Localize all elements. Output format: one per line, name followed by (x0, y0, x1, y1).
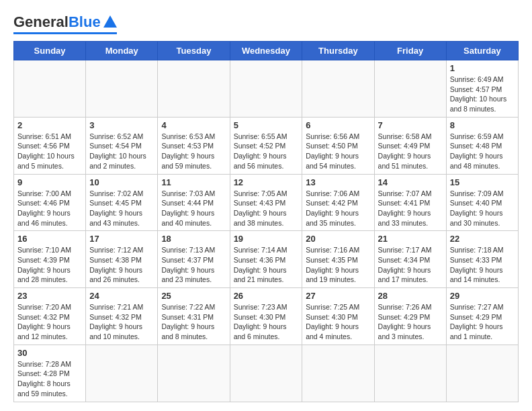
calendar-day-cell (158, 345, 230, 402)
day-info: Sunrise: 7:06 AM Sunset: 4:42 PM Dayligh… (306, 189, 370, 228)
day-info: Sunrise: 7:16 AM Sunset: 4:35 PM Dayligh… (306, 245, 370, 285)
calendar-day-cell: 27Sunrise: 7:25 AM Sunset: 4:30 PM Dayli… (302, 288, 374, 345)
day-info: Sunrise: 6:51 AM Sunset: 4:56 PM Dayligh… (17, 132, 82, 171)
day-of-week-header: Saturday (446, 42, 518, 60)
logo: General Blue (13, 13, 117, 34)
calendar-day-cell: 9Sunrise: 7:00 AM Sunset: 4:46 PM Daylig… (14, 174, 86, 231)
day-info: Sunrise: 7:18 AM Sunset: 4:33 PM Dayligh… (450, 245, 515, 285)
day-number: 22 (450, 234, 515, 244)
calendar-header-row: SundayMondayTuesdayWednesdayThursdayFrid… (14, 42, 519, 60)
day-number: 8 (450, 120, 515, 130)
day-number: 30 (17, 348, 82, 358)
day-number: 9 (17, 177, 82, 187)
calendar-day-cell: 12Sunrise: 7:05 AM Sunset: 4:43 PM Dayli… (230, 174, 302, 231)
calendar-day-cell (446, 345, 518, 402)
day-info: Sunrise: 7:21 AM Sunset: 4:32 PM Dayligh… (89, 302, 154, 342)
calendar-day-cell: 21Sunrise: 7:17 AM Sunset: 4:34 PM Dayli… (374, 231, 446, 288)
day-number: 5 (234, 120, 299, 130)
logo-triangle-icon (103, 15, 117, 28)
calendar-day-cell: 22Sunrise: 7:18 AM Sunset: 4:33 PM Dayli… (446, 231, 518, 288)
day-number: 24 (89, 291, 154, 301)
calendar-day-cell: 4Sunrise: 6:53 AM Sunset: 4:53 PM Daylig… (158, 117, 230, 174)
day-info: Sunrise: 6:56 AM Sunset: 4:50 PM Dayligh… (306, 132, 370, 171)
calendar-day-cell: 26Sunrise: 7:23 AM Sunset: 4:30 PM Dayli… (230, 288, 302, 345)
day-info: Sunrise: 7:10 AM Sunset: 4:39 PM Dayligh… (17, 245, 82, 285)
day-info: Sunrise: 6:49 AM Sunset: 4:57 PM Dayligh… (450, 75, 515, 114)
logo-underline (13, 32, 117, 34)
calendar-day-cell: 6Sunrise: 6:56 AM Sunset: 4:50 PM Daylig… (302, 117, 374, 174)
calendar-week-row: 9Sunrise: 7:00 AM Sunset: 4:46 PM Daylig… (14, 174, 519, 231)
calendar-day-cell: 3Sunrise: 6:52 AM Sunset: 4:54 PM Daylig… (86, 117, 158, 174)
calendar-day-cell: 24Sunrise: 7:21 AM Sunset: 4:32 PM Dayli… (86, 288, 158, 345)
day-number: 7 (378, 120, 443, 130)
calendar-week-row: 23Sunrise: 7:20 AM Sunset: 4:32 PM Dayli… (14, 288, 519, 345)
calendar-day-cell: 29Sunrise: 7:27 AM Sunset: 4:29 PM Dayli… (446, 288, 518, 345)
day-number: 2 (17, 120, 82, 130)
day-number: 17 (89, 234, 154, 244)
day-info: Sunrise: 7:23 AM Sunset: 4:30 PM Dayligh… (234, 302, 299, 342)
day-number: 12 (234, 177, 299, 187)
calendar-week-row: 30Sunrise: 7:28 AM Sunset: 4:28 PM Dayli… (14, 345, 519, 402)
day-info: Sunrise: 7:25 AM Sunset: 4:30 PM Dayligh… (306, 302, 370, 342)
day-of-week-header: Tuesday (158, 42, 230, 60)
day-number: 11 (161, 177, 226, 187)
calendar-day-cell: 28Sunrise: 7:26 AM Sunset: 4:29 PM Dayli… (374, 288, 446, 345)
day-of-week-header: Monday (86, 42, 158, 60)
calendar-day-cell (230, 345, 302, 402)
logo-general-text: General (13, 13, 69, 31)
day-of-week-header: Wednesday (230, 42, 302, 60)
calendar-day-cell (302, 60, 374, 118)
calendar-day-cell: 14Sunrise: 7:07 AM Sunset: 4:41 PM Dayli… (374, 174, 446, 231)
day-number: 21 (378, 234, 443, 244)
calendar-day-cell: 16Sunrise: 7:10 AM Sunset: 4:39 PM Dayli… (14, 231, 86, 288)
day-number: 27 (306, 291, 370, 301)
day-number: 10 (89, 177, 154, 187)
calendar-day-cell (86, 60, 158, 118)
calendar-day-cell: 30Sunrise: 7:28 AM Sunset: 4:28 PM Dayli… (14, 345, 86, 402)
calendar-day-cell (86, 345, 158, 402)
day-info: Sunrise: 7:20 AM Sunset: 4:32 PM Dayligh… (17, 302, 82, 342)
day-info: Sunrise: 7:12 AM Sunset: 4:38 PM Dayligh… (89, 245, 154, 285)
calendar-day-cell: 20Sunrise: 7:16 AM Sunset: 4:35 PM Dayli… (302, 231, 374, 288)
day-number: 23 (17, 291, 82, 301)
calendar-day-cell: 7Sunrise: 6:58 AM Sunset: 4:49 PM Daylig… (374, 117, 446, 174)
calendar-day-cell (14, 60, 86, 118)
calendar-day-cell: 5Sunrise: 6:55 AM Sunset: 4:52 PM Daylig… (230, 117, 302, 174)
day-info: Sunrise: 7:03 AM Sunset: 4:44 PM Dayligh… (161, 189, 226, 228)
calendar-day-cell: 2Sunrise: 6:51 AM Sunset: 4:56 PM Daylig… (14, 117, 86, 174)
day-number: 14 (378, 177, 443, 187)
day-info: Sunrise: 7:14 AM Sunset: 4:36 PM Dayligh… (234, 245, 299, 285)
day-number: 19 (234, 234, 299, 244)
day-info: Sunrise: 7:13 AM Sunset: 4:37 PM Dayligh… (161, 245, 226, 285)
day-number: 3 (89, 120, 154, 130)
calendar-day-cell: 10Sunrise: 7:02 AM Sunset: 4:45 PM Dayli… (86, 174, 158, 231)
calendar-day-cell: 17Sunrise: 7:12 AM Sunset: 4:38 PM Dayli… (86, 231, 158, 288)
day-of-week-header: Friday (374, 42, 446, 60)
day-info: Sunrise: 7:17 AM Sunset: 4:34 PM Dayligh… (378, 245, 443, 285)
day-info: Sunrise: 6:52 AM Sunset: 4:54 PM Dayligh… (89, 132, 154, 171)
header: General Blue (13, 13, 519, 34)
day-info: Sunrise: 7:28 AM Sunset: 4:28 PM Dayligh… (17, 359, 82, 399)
day-number: 20 (306, 234, 370, 244)
day-info: Sunrise: 7:22 AM Sunset: 4:31 PM Dayligh… (161, 302, 226, 342)
day-number: 18 (161, 234, 226, 244)
day-number: 29 (450, 291, 515, 301)
day-number: 28 (378, 291, 443, 301)
day-info: Sunrise: 7:07 AM Sunset: 4:41 PM Dayligh… (378, 189, 443, 228)
day-number: 1 (450, 63, 515, 73)
day-number: 6 (306, 120, 370, 130)
day-number: 13 (306, 177, 370, 187)
day-number: 25 (161, 291, 226, 301)
logo-blue-text: Blue (69, 13, 101, 31)
calendar-day-cell: 23Sunrise: 7:20 AM Sunset: 4:32 PM Dayli… (14, 288, 86, 345)
calendar-day-cell: 15Sunrise: 7:09 AM Sunset: 4:40 PM Dayli… (446, 174, 518, 231)
calendar-day-cell: 8Sunrise: 6:59 AM Sunset: 4:48 PM Daylig… (446, 117, 518, 174)
day-info: Sunrise: 6:58 AM Sunset: 4:49 PM Dayligh… (378, 132, 443, 171)
day-info: Sunrise: 7:05 AM Sunset: 4:43 PM Dayligh… (234, 189, 299, 228)
calendar-week-row: 2Sunrise: 6:51 AM Sunset: 4:56 PM Daylig… (14, 117, 519, 174)
day-number: 26 (234, 291, 299, 301)
calendar-day-cell: 19Sunrise: 7:14 AM Sunset: 4:36 PM Dayli… (230, 231, 302, 288)
calendar-day-cell: 11Sunrise: 7:03 AM Sunset: 4:44 PM Dayli… (158, 174, 230, 231)
day-info: Sunrise: 6:53 AM Sunset: 4:53 PM Dayligh… (161, 132, 226, 171)
calendar-day-cell (230, 60, 302, 118)
